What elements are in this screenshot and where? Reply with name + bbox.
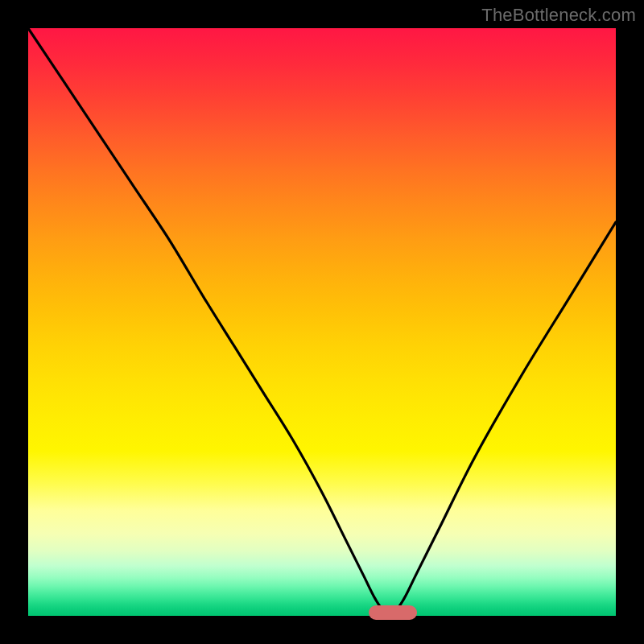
watermark-text: TheBottleneck.com	[481, 5, 636, 26]
optimal-marker	[369, 605, 417, 620]
chart-frame: TheBottleneck.com	[0, 0, 644, 644]
plot-area	[28, 28, 616, 616]
bottleneck-curve	[28, 28, 616, 616]
